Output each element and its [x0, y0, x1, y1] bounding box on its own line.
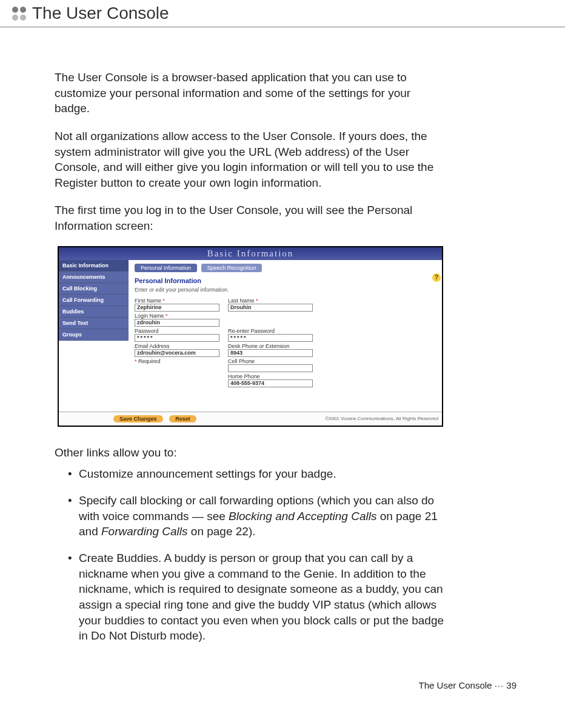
desk-phone-label: Desk Phone or Extension — [228, 343, 313, 349]
help-icon[interactable]: ? — [432, 273, 441, 282]
desk-phone-field[interactable] — [228, 349, 313, 357]
other-links-list: Customize announcement settings for your… — [68, 466, 449, 643]
other-links-lead: Other links allow you to: — [55, 445, 449, 461]
email-field[interactable] — [135, 349, 219, 357]
password2-label: Re-enter Password — [228, 328, 313, 334]
reset-button[interactable]: Reset — [169, 415, 196, 422]
sidebar-item-buddies[interactable]: Buddies — [59, 306, 129, 318]
user-console-screenshot: Basic Information Basic Information Anno… — [58, 246, 443, 427]
footer-buttons: Save Changes Reset — [113, 415, 201, 422]
last-name-label: Last Name * — [228, 298, 313, 304]
intro-paragraph-3: The first time you log in to the User Co… — [55, 202, 449, 233]
page-title: The User Console — [32, 4, 169, 23]
email-label: Email Address — [135, 343, 219, 349]
cell-phone-field[interactable] — [228, 364, 313, 372]
cell-phone-label: Cell Phone — [228, 358, 313, 364]
save-button[interactable]: Save Changes — [113, 415, 163, 422]
password-field[interactable] — [135, 334, 219, 342]
sidebar-item-call-forwarding[interactable]: Call Forwarding — [59, 295, 129, 306]
window-title: Basic Information — [59, 247, 442, 260]
tab-personal-information[interactable]: Personal Information — [135, 264, 197, 272]
password2-field[interactable] — [228, 334, 313, 342]
first-name-label: First Name * — [135, 298, 219, 304]
page-footer: The User Console ··· 39 — [0, 680, 517, 690]
header-rule — [0, 27, 565, 27]
tab-row: Personal Information Speech Recognition — [135, 264, 436, 272]
sidebar-item-send-text[interactable]: Send Text — [59, 318, 129, 329]
login-name-field[interactable] — [135, 319, 219, 327]
panel-subtitle: Enter or edit your personal information. — [135, 287, 436, 293]
tab-speech-recognition[interactable]: Speech Recognition — [201, 264, 262, 272]
home-phone-label: Home Phone — [228, 373, 313, 379]
sidebar-item-call-blocking[interactable]: Call Blocking — [59, 283, 129, 295]
form-grid: First Name * Last Name * Login Name * Pa… — [135, 298, 436, 387]
sidebar: Basic Information Announcements Call Blo… — [59, 260, 129, 412]
password-label: Password — [135, 328, 219, 334]
list-item: Customize announcement settings for your… — [68, 466, 449, 482]
page-header: The User Console — [0, 0, 565, 25]
home-phone-field[interactable] — [228, 379, 313, 387]
sidebar-item-groups[interactable]: Groups — [59, 329, 129, 341]
last-name-field[interactable] — [228, 304, 313, 312]
header-dots-icon — [12, 7, 26, 21]
first-name-field[interactable] — [135, 304, 219, 312]
list-item: Specify call blocking or call forwarding… — [68, 493, 449, 539]
intro-paragraph-2: Not all organizations allow access to th… — [55, 129, 449, 191]
copyright: ©2001 Vocera Communications, All Rights … — [325, 416, 438, 421]
sidebar-item-basic-information[interactable]: Basic Information — [59, 260, 129, 272]
list-item: Create Buddies. A buddy is person or gro… — [68, 550, 449, 644]
sidebar-item-announcements[interactable]: Announcements — [59, 272, 129, 283]
intro-paragraph-1: The User Console is a browser-based appl… — [55, 70, 449, 116]
required-note: * Required — [135, 358, 219, 364]
panel-title: Personal Information — [135, 277, 436, 284]
login-name-label: Login Name * — [135, 313, 219, 319]
